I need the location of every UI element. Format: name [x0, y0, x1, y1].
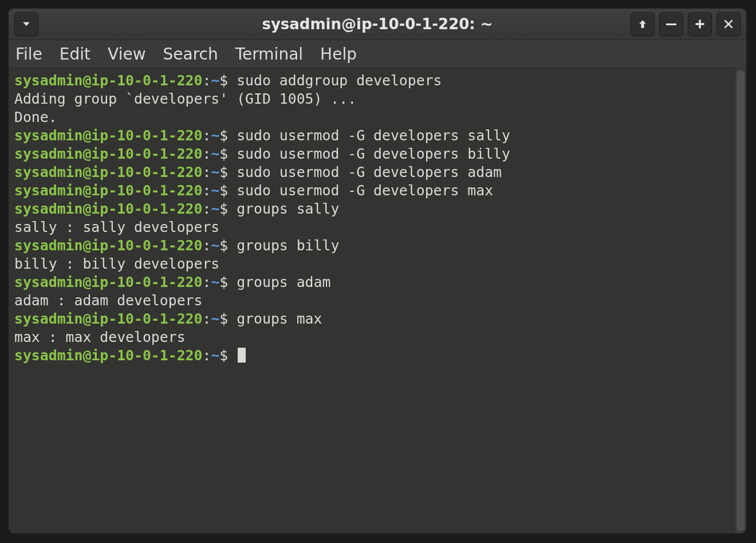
titlebar: sysadmin@ip-10-0-1-220: ~ — [9, 9, 746, 40]
prompt-sep: : — [202, 274, 211, 290]
command-text: sudo usermod -G developers billy — [237, 145, 510, 162]
minimize-button[interactable] — [659, 12, 683, 36]
scrollbar[interactable] — [734, 68, 746, 533]
window-menu-button[interactable] — [14, 12, 38, 36]
prompt-user-host: sysadmin@ip-10-0-1-220 — [14, 145, 202, 162]
cursor — [238, 348, 246, 363]
menu-edit[interactable]: Edit — [60, 45, 90, 64]
prompt-symbol: $ — [219, 182, 237, 199]
prompt-symbol: $ — [219, 237, 237, 254]
prompt-sep: : — [202, 72, 211, 89]
prompt-user-host: sysadmin@ip-10-0-1-220 — [14, 274, 202, 290]
close-button[interactable] — [716, 12, 741, 36]
terminal-line: Done. — [14, 108, 729, 127]
prompt-symbol: $ — [219, 72, 237, 89]
command-text: groups billy — [237, 237, 339, 254]
prompt-sep: : — [202, 182, 211, 199]
terminal-line: Adding group `developers' (GID 1005) ... — [14, 90, 729, 108]
prompt-user-host: sysadmin@ip-10-0-1-220 — [14, 182, 202, 199]
terminal-line: billy : billy developers — [14, 255, 729, 273]
prompt-symbol: $ — [219, 310, 237, 327]
prompt-symbol: $ — [219, 164, 237, 180]
command-text: groups sally — [237, 200, 339, 217]
command-text: groups max — [237, 310, 322, 327]
terminal-line: sysadmin@ip-10-0-1-220:~$ sudo usermod -… — [14, 127, 729, 145]
prompt-path: ~ — [211, 127, 219, 144]
menu-file[interactable]: File — [15, 45, 42, 64]
terminal-line: sysadmin@ip-10-0-1-220:~$ groups adam — [14, 273, 729, 292]
terminal-line: sysadmin@ip-10-0-1-220:~$ sudo usermod -… — [14, 163, 729, 182]
scrollbar-thumb[interactable] — [737, 70, 745, 531]
prompt-path: ~ — [211, 164, 219, 180]
command-text: sudo usermod -G developers max — [237, 182, 493, 199]
terminal-area: sysadmin@ip-10-0-1-220:~$ sudo addgroup … — [9, 68, 746, 533]
terminal-line: sysadmin@ip-10-0-1-220:~$ sudo usermod -… — [14, 182, 729, 200]
prompt-path: ~ — [211, 200, 219, 217]
prompt-symbol: $ — [219, 347, 237, 364]
terminal-line: sysadmin@ip-10-0-1-220:~$ — [14, 347, 729, 365]
prompt-path: ~ — [211, 310, 219, 327]
prompt-path: ~ — [211, 72, 219, 89]
command-text: sudo usermod -G developers sally — [237, 127, 510, 144]
prompt-user-host: sysadmin@ip-10-0-1-220 — [14, 347, 202, 364]
prompt-path: ~ — [211, 347, 219, 364]
prompt-sep: : — [202, 237, 211, 254]
menu-terminal[interactable]: Terminal — [235, 45, 303, 64]
menubar: File Edit View Search Terminal Help — [9, 40, 746, 68]
close-icon — [723, 18, 734, 30]
prompt-path: ~ — [211, 145, 219, 162]
prompt-sep: : — [202, 310, 211, 327]
prompt-user-host: sysadmin@ip-10-0-1-220 — [14, 164, 202, 180]
maximize-button[interactable] — [688, 12, 712, 36]
menu-search[interactable]: Search — [163, 45, 218, 64]
prompt-sep: : — [202, 347, 211, 364]
terminal-window: sysadmin@ip-10-0-1-220: ~ File Edit View… — [8, 8, 747, 534]
prompt-user-host: sysadmin@ip-10-0-1-220 — [14, 127, 202, 144]
prompt-symbol: $ — [219, 145, 237, 162]
prompt-sep: : — [202, 127, 211, 144]
prompt-user-host: sysadmin@ip-10-0-1-220 — [14, 72, 202, 89]
prompt-sep: : — [202, 200, 211, 217]
terminal-line: max : max developers — [14, 328, 729, 347]
prompt-symbol: $ — [219, 274, 237, 290]
command-text: sudo usermod -G developers adam — [237, 164, 502, 180]
terminal-line: sally : sally developers — [14, 218, 729, 237]
command-text: sudo addgroup developers — [237, 72, 442, 89]
terminal-output[interactable]: sysadmin@ip-10-0-1-220:~$ sudo addgroup … — [9, 68, 734, 533]
chevron-down-icon — [21, 18, 32, 30]
minimize-icon — [666, 23, 676, 25]
terminal-line: sysadmin@ip-10-0-1-220:~$ sudo addgroup … — [14, 72, 729, 90]
prompt-symbol: $ — [219, 200, 237, 217]
terminal-line: adam : adam developers — [14, 292, 729, 310]
menu-view[interactable]: View — [108, 45, 145, 64]
prompt-user-host: sysadmin@ip-10-0-1-220 — [14, 200, 202, 217]
scroll-up-button[interactable] — [631, 12, 655, 36]
arrow-up-icon — [637, 18, 648, 30]
prompt-user-host: sysadmin@ip-10-0-1-220 — [14, 310, 202, 327]
prompt-user-host: sysadmin@ip-10-0-1-220 — [14, 237, 202, 254]
prompt-sep: : — [202, 145, 211, 162]
plus-icon — [694, 18, 706, 30]
terminal-line: sysadmin@ip-10-0-1-220:~$ groups max — [14, 310, 729, 328]
terminal-line: sysadmin@ip-10-0-1-220:~$ sudo usermod -… — [14, 145, 729, 163]
terminal-line: sysadmin@ip-10-0-1-220:~$ groups sally — [14, 200, 729, 218]
prompt-symbol: $ — [219, 127, 237, 144]
terminal-line: sysadmin@ip-10-0-1-220:~$ groups billy — [14, 237, 729, 255]
prompt-path: ~ — [211, 182, 219, 199]
prompt-path: ~ — [211, 237, 219, 254]
prompt-path: ~ — [211, 274, 219, 290]
prompt-sep: : — [202, 164, 211, 180]
command-text: groups adam — [237, 274, 330, 290]
menu-help[interactable]: Help — [320, 45, 357, 64]
